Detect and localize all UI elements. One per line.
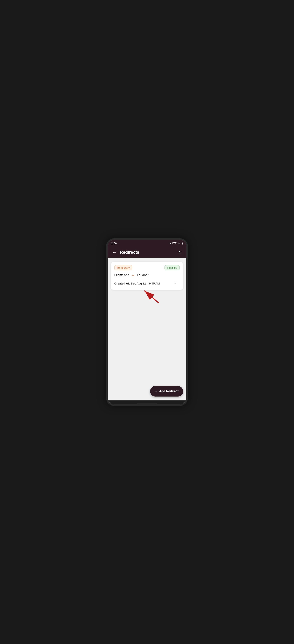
more-menu-button[interactable]: ⋮ (172, 280, 180, 286)
right-arrow-icon: → (131, 273, 135, 278)
content-area: Temporary Installed From: abc → To: abc2… (108, 258, 186, 400)
created-value: Sat, Aug 12 – 9:45 AM (131, 282, 160, 285)
signal-icon: ▲ (178, 242, 180, 245)
route-to: To: abc2 (137, 274, 149, 277)
redirect-card: Temporary Installed From: abc → To: abc2… (111, 262, 183, 290)
created-label: Created At: (114, 282, 130, 285)
to-label: To: (137, 274, 142, 277)
add-redirect-button[interactable]: + Add Redirect (150, 386, 183, 396)
battery-icon: ▮ (181, 242, 183, 245)
status-bar: 2:00 ▾ LTE ▲ ▮ (108, 240, 186, 247)
fab-container: + Add Redirect (150, 386, 183, 396)
route-from: From: abc (114, 274, 129, 277)
home-indicator (137, 404, 157, 404)
status-time: 2:00 (111, 242, 117, 245)
phone-frame: 2:00 ▾ LTE ▲ ▮ ← Redirects ↻ Temporary I… (106, 238, 188, 406)
lte-label: LTE (172, 242, 177, 245)
app-bar: ← Redirects ↻ (108, 247, 186, 258)
svg-line-1 (145, 291, 158, 302)
page-title: Redirects (120, 250, 177, 255)
from-label: From: (114, 274, 123, 277)
fab-plus-icon: + (155, 389, 157, 394)
created-at: Created At: Sat, Aug 12 – 9:45 AM (114, 282, 160, 285)
wifi-icon: ▾ (169, 242, 171, 245)
back-button[interactable]: ← (111, 248, 118, 256)
card-bottom-row: Created At: Sat, Aug 12 – 9:45 AM ⋮ (114, 280, 180, 286)
annotation-arrow (139, 289, 162, 304)
refresh-button[interactable]: ↻ (177, 248, 183, 256)
badge-temporary: Temporary (114, 265, 132, 270)
from-value: abc (124, 274, 129, 277)
redirect-route: From: abc → To: abc2 (114, 273, 180, 278)
status-icons: ▾ LTE ▲ ▮ (169, 242, 183, 245)
to-value: abc2 (142, 274, 149, 277)
card-badge-row: Temporary Installed (114, 265, 180, 270)
bottom-bar (108, 400, 186, 406)
fab-label: Add Redirect (159, 390, 178, 393)
badge-installed: Installed (164, 265, 180, 270)
